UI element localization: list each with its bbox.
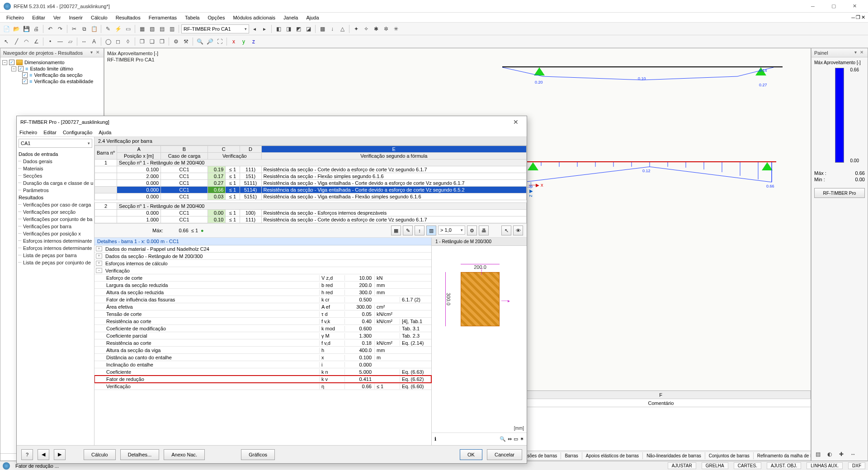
redo-icon[interactable]: ↷: [56, 24, 65, 33]
cs-btn-3[interactable]: ▭: [514, 436, 518, 442]
view4-icon[interactable]: ▥: [167, 24, 176, 33]
eye-btn[interactable]: 👁: [513, 226, 523, 235]
filter-combo[interactable]: > 1,0: [438, 226, 465, 235]
prev-button[interactable]: ◀: [38, 449, 49, 460]
menu-inserir[interactable]: Inserir: [65, 14, 86, 21]
nav-item[interactable]: Verificações por barra: [17, 223, 94, 230]
dlg-menu-ajuda[interactable]: Ajuda: [99, 130, 111, 135]
surface-icon[interactable]: ▱: [66, 37, 75, 46]
maximize-button[interactable]: ▢: [824, 1, 844, 12]
nav-item[interactable]: Verificações por caso de carga: [17, 201, 94, 208]
tree-label[interactable]: Estado limite último: [30, 66, 73, 71]
detail-row[interactable]: Altura da secção da vigah400.0mm: [94, 347, 431, 354]
new-icon[interactable]: 📄: [2, 24, 11, 33]
tree-check-icon[interactable]: ✓: [18, 66, 24, 71]
axis-y-icon[interactable]: y: [239, 37, 248, 46]
status-cartes[interactable]: CARTES.: [734, 462, 761, 469]
view3-icon[interactable]: ▤: [157, 24, 166, 33]
status-ajustar[interactable]: AJUSTAR: [668, 462, 696, 469]
tree-check-icon[interactable]: ✓: [22, 72, 28, 78]
panel-pin-icon[interactable]: ▾: [88, 50, 94, 56]
member-icon[interactable]: —: [56, 37, 65, 46]
cut-icon[interactable]: ✂: [70, 24, 79, 33]
detail-row[interactable]: Resistência ao cortef v,d0.18kN/cm²Eq. (…: [94, 339, 431, 347]
nav-item[interactable]: Lista de peças por conjunto de: [17, 259, 94, 266]
panel-close-icon[interactable]: ✕: [859, 50, 865, 56]
menu-resultados[interactable]: Resultados: [112, 14, 144, 21]
calc-button[interactable]: Cálculo: [84, 449, 116, 460]
detail-row[interactable]: Largura da secção reduzidab red200.0mm: [94, 282, 431, 289]
dlg-menu-ficheiro[interactable]: Ficheiro: [19, 130, 37, 135]
nav-next-icon[interactable]: ▸: [260, 24, 269, 33]
zoom-fit-icon[interactable]: ⛶: [215, 37, 224, 46]
menu-modulos[interactable]: Módulos adicionais: [229, 14, 279, 21]
details-group[interactable]: +Dados do material - Pappel und Nadelhol…: [94, 245, 431, 253]
graficos-button[interactable]: Gráficos: [241, 449, 275, 460]
nav-item[interactable]: Verificações por secção: [17, 208, 94, 216]
filter-btn-4[interactable]: ▥: [426, 226, 436, 235]
module-button[interactable]: RF-TIMBER Pro: [814, 188, 865, 198]
menu-tabela[interactable]: Tabela: [181, 14, 203, 21]
filter-btn-2[interactable]: ✎: [403, 226, 413, 235]
tab-malha[interactable]: Refinamento da malha de EF: [754, 452, 811, 459]
res2-icon[interactable]: ◨: [284, 24, 293, 33]
anexo-button[interactable]: Anexo Nac.: [164, 449, 205, 460]
menu-ferramentas[interactable]: Ferramentas: [145, 14, 180, 21]
module-combo[interactable]: RF-TIMBER Pro CA1: [181, 24, 249, 33]
support-icon[interactable]: △: [338, 24, 347, 33]
expand-icon[interactable]: +: [96, 261, 102, 266]
open-icon[interactable]: 📂: [12, 24, 21, 33]
copy-icon[interactable]: ⧉: [80, 24, 89, 33]
node-icon[interactable]: •: [46, 37, 55, 46]
flash-icon[interactable]: ⚡: [113, 24, 123, 33]
filter-btn-6[interactable]: 🖶: [479, 226, 489, 235]
axis-z-icon[interactable]: z: [249, 37, 258, 46]
close-button[interactable]: ✕: [844, 1, 864, 12]
results-grid[interactable]: Barra nº A B C D E Posição x [m] Caso de…: [94, 146, 527, 223]
details-group[interactable]: +Esforços internos de cálculo: [94, 260, 431, 267]
results-grid-wrap[interactable]: Barra nº A B C D E Posição x [m] Caso de…: [94, 146, 527, 223]
shape1-icon[interactable]: ◯: [104, 37, 113, 46]
tree-label[interactable]: Verificação da estabilidade: [34, 79, 93, 84]
misc5-icon[interactable]: ✳: [392, 24, 401, 33]
panel-close-icon[interactable]: ✕: [94, 50, 101, 56]
menu-ajuda[interactable]: Ajuda: [302, 14, 322, 21]
edit-icon[interactable]: ✎: [104, 24, 113, 33]
paste-icon[interactable]: 📋: [90, 24, 99, 33]
menu-opcoes[interactable]: Opções: [204, 14, 228, 21]
details-group[interactable]: −Verificação: [94, 267, 431, 274]
nav-item[interactable]: Secções: [17, 172, 94, 179]
filter-btn-1[interactable]: ▦: [391, 226, 401, 235]
nav-item[interactable]: Dados gerais: [17, 158, 94, 165]
nav-item[interactable]: Parâmetros: [17, 187, 94, 194]
collapse-icon[interactable]: −: [96, 268, 102, 273]
print-icon[interactable]: 🖨: [32, 24, 41, 33]
panel-icon-4[interactable]: ↔: [849, 450, 858, 459]
view1-icon[interactable]: ▦: [137, 24, 146, 33]
tab-naolinear[interactable]: Não-linearidades de barras: [643, 452, 705, 459]
dlg-menu-editar[interactable]: Editar: [43, 130, 57, 135]
nav-item[interactable]: Verificações por conjunto de ba: [17, 216, 94, 223]
save-icon[interactable]: 💾: [22, 24, 31, 33]
mesh-icon[interactable]: ▩: [318, 24, 327, 33]
tree-toggle-icon[interactable]: −: [2, 60, 7, 65]
tree-label[interactable]: Dimensionamento: [24, 60, 65, 65]
tool1-icon[interactable]: ⚙: [171, 37, 180, 46]
status-grelha[interactable]: GRELHA: [702, 462, 728, 469]
nav-item[interactable]: Lista de peças por barra: [17, 252, 94, 259]
nav-prev-icon[interactable]: ◂: [250, 24, 259, 33]
menu-janela[interactable]: Janela: [280, 14, 302, 21]
zoom-in-icon[interactable]: 🔍: [195, 37, 204, 46]
menu-ver[interactable]: Ver: [50, 14, 65, 21]
expand-icon[interactable]: +: [96, 246, 102, 251]
detail-row[interactable]: Altura da secção reduzidah red300.0mm: [94, 289, 431, 296]
res1-icon[interactable]: ◧: [274, 24, 283, 33]
detail-row[interactable]: Coeficiente parcialγ M1.300Tab. 2.3: [94, 332, 431, 339]
detail-row[interactable]: Resistência ao cortef v,k0.40kN/cm²[4], …: [94, 318, 431, 325]
cursor-icon[interactable]: ↖: [2, 37, 11, 46]
dlg-menu-config[interactable]: Configuração: [63, 130, 92, 135]
menu-calculo[interactable]: Cálculo: [87, 14, 111, 21]
expand-icon[interactable]: +: [96, 254, 102, 258]
panel-icon-2[interactable]: ◐: [825, 450, 834, 459]
res3-icon[interactable]: ◩: [294, 24, 303, 33]
